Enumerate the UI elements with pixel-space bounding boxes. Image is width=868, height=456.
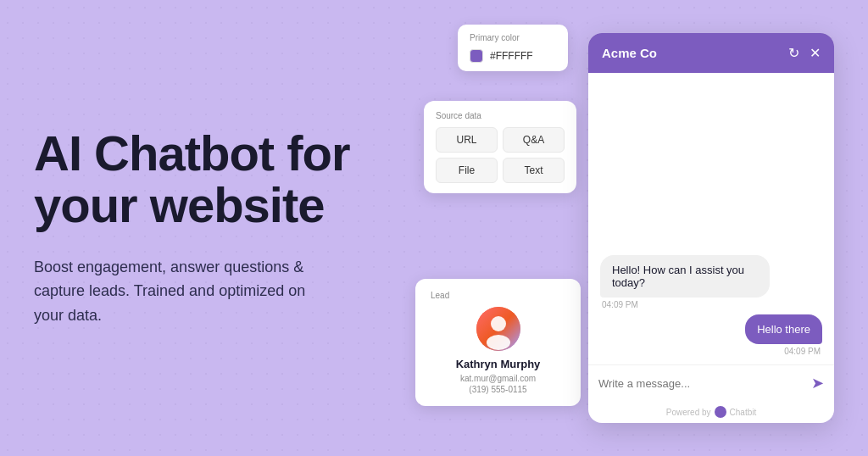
chat-title: Acme Co — [602, 46, 657, 60]
user-message: Hello there 04:09 PM — [745, 314, 822, 356]
source-btn-qa[interactable]: Q&A — [503, 127, 565, 153]
chat-header: Acme Co ↻ ✕ — [588, 33, 834, 73]
chat-widget: Acme Co ↻ ✕ Hello! How can I assist you … — [588, 33, 834, 423]
chat-header-icons: ↻ ✕ — [788, 45, 821, 61]
chat-body: Hello! How can I assist you today? 04:09… — [588, 73, 834, 364]
powered-by-text: Powered by — [666, 408, 711, 417]
source-btn-file[interactable]: File — [436, 158, 498, 183]
chatbit-logo-icon — [715, 406, 726, 418]
right-section: Primary color #FFFFFF Source data URL Q&… — [407, 25, 834, 431]
lead-name: Kathryn Murphy — [431, 358, 565, 370]
main-layout: AI Chatbot for your website Boost engage… — [0, 0, 868, 456]
lead-email: kat.mur@gmail.com — [431, 374, 565, 383]
primary-color-card: Primary color #FFFFFF — [458, 25, 568, 71]
hero-subtitle: Boost engagement, answer questions & cap… — [34, 255, 322, 328]
source-buttons-grid: URL Q&A File Text — [436, 127, 565, 183]
chatbit-brand: Chatbit — [730, 408, 757, 417]
primary-color-label: Primary color — [470, 33, 556, 42]
hero-title: AI Chatbot for your website — [34, 128, 390, 231]
bot-msg-time: 04:09 PM — [600, 300, 770, 309]
source-data-card: Source data URL Q&A File Text — [424, 101, 576, 193]
svg-point-2 — [487, 335, 510, 350]
bot-bubble: Hello! How can I assist you today? — [600, 255, 770, 298]
user-bubble: Hello there — [745, 314, 822, 344]
color-row: #FFFFFF — [470, 49, 556, 63]
source-btn-url[interactable]: URL — [436, 127, 498, 153]
svg-point-1 — [491, 316, 506, 331]
source-data-label: Source data — [436, 111, 565, 120]
chat-input[interactable] — [598, 377, 804, 390]
refresh-icon[interactable]: ↻ — [788, 45, 799, 61]
left-section: AI Chatbot for your website Boost engage… — [34, 128, 390, 328]
lead-label: Lead — [431, 291, 565, 300]
source-btn-text[interactable]: Text — [503, 158, 565, 183]
lead-avatar — [476, 307, 520, 351]
send-icon[interactable]: ➤ — [811, 374, 824, 392]
chat-footer: Powered by Chatbit — [588, 401, 834, 423]
bot-message: Hello! How can I assist you today? 04:09… — [600, 255, 770, 309]
lead-phone: (319) 555-0115 — [431, 385, 565, 394]
color-swatch — [470, 49, 483, 63]
close-icon[interactable]: ✕ — [810, 45, 821, 61]
chat-input-area: ➤ — [588, 364, 834, 401]
color-value: #FFFFFF — [490, 50, 533, 62]
user-msg-time: 04:09 PM — [745, 347, 822, 356]
lead-card: Lead Kathryn Murphy k — [415, 279, 581, 406]
